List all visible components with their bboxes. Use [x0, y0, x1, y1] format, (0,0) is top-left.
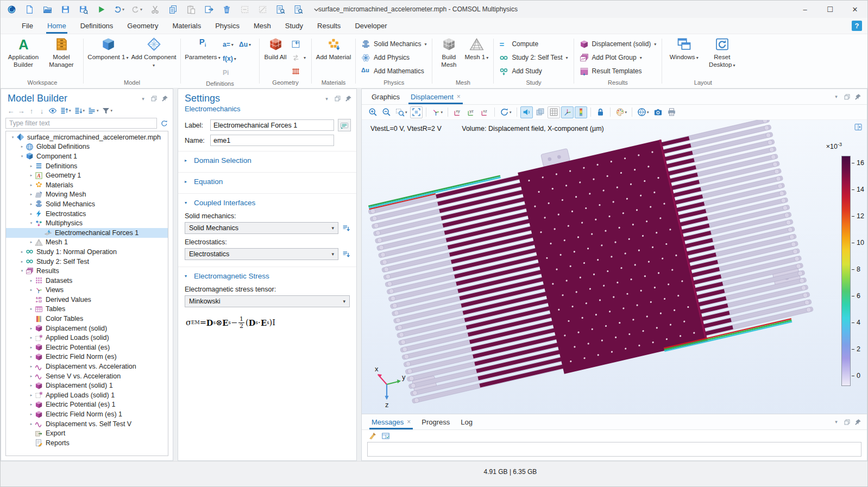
expander-icon[interactable]: ▸: [28, 202, 35, 206]
expander-icon[interactable]: ▸: [28, 393, 35, 397]
tab-developer[interactable]: Developer: [348, 18, 394, 34]
filter-icon[interactable]: ▾: [101, 106, 114, 116]
help-button[interactable]: ?: [852, 21, 862, 31]
component-1-button[interactable]: Component 1: [87, 35, 129, 61]
tree-item[interactable]: ▾surface_micromachined_accelerometer.mph: [6, 132, 168, 142]
parameter-case-button[interactable]: Pi: [223, 69, 229, 77]
application-builder-button[interactable]: AApplication Builder: [5, 35, 41, 69]
expander-icon[interactable]: ▸: [28, 307, 35, 311]
enable-node-icon[interactable]: [257, 4, 268, 15]
expander-icon[interactable]: ▸: [28, 173, 35, 178]
tab-home[interactable]: Home: [40, 18, 73, 34]
print-icon[interactable]: [665, 106, 678, 118]
tab-messages[interactable]: Messages×: [366, 414, 416, 429]
close-button[interactable]: ✕: [842, 1, 867, 18]
float-panel-icon[interactable]: [844, 93, 851, 100]
tab-graphics[interactable]: Graphics: [366, 89, 405, 104]
show-icon[interactable]: [48, 106, 58, 116]
build-mesh-button[interactable]: Build Mesh: [436, 35, 461, 69]
collapse-all-icon[interactable]: ▾: [73, 106, 86, 116]
disable-node-icon[interactable]: [239, 4, 250, 15]
displacement-solid-dropdown[interactable]: Displacement (solid): [578, 37, 658, 50]
tab-physics[interactable]: Physics: [208, 18, 247, 34]
pin-panel-icon[interactable]: [161, 95, 168, 102]
study-2-self-test-button[interactable]: Study 2: Self Test: [498, 51, 569, 64]
close-tab-icon[interactable]: ×: [407, 418, 411, 426]
expander-icon[interactable]: ▾: [18, 269, 26, 273]
parameters-button[interactable]: PiParameters: [185, 35, 221, 61]
table-report-icon[interactable]: [381, 432, 390, 440]
expander-icon[interactable]: ▸: [28, 336, 35, 340]
scene-light-icon[interactable]: [520, 106, 533, 118]
tree-item[interactable]: ▸Electric Potential (es) 1: [6, 400, 168, 410]
tree-item[interactable]: ▸Definitions: [6, 161, 168, 171]
tree-item[interactable]: ▸Tables: [6, 305, 168, 314]
expander-icon[interactable]: ▸: [28, 288, 35, 292]
panel-menu-icon[interactable]: ▾: [833, 419, 840, 426]
model-manager-button[interactable]: Model Manager: [43, 35, 79, 69]
show-axes-icon[interactable]: [561, 106, 574, 118]
expander-icon[interactable]: ▸: [28, 164, 35, 168]
tree-item[interactable]: ▸Electric Field Norm (es) 1: [6, 409, 168, 419]
expander-icon[interactable]: ▸: [28, 345, 35, 350]
section-coupled-interfaces[interactable]: ▾Coupled Interfaces: [178, 193, 356, 211]
rename-button[interactable]: [338, 119, 351, 131]
solid-mechanics-dropdown[interactable]: Solid Mechanics: [360, 37, 428, 50]
section-domain-selection[interactable]: ▸Domain Selection: [178, 151, 356, 169]
reset-desktop-button[interactable]: Reset Desktop: [704, 35, 740, 69]
expander-icon[interactable]: ▾: [9, 135, 16, 140]
delete-icon[interactable]: [221, 4, 232, 15]
redo-icon[interactable]: ▾: [131, 4, 142, 15]
down-icon[interactable]: ↓: [37, 106, 46, 116]
tree-item[interactable]: ▸Moving Mesh: [6, 190, 168, 200]
save-icon[interactable]: [60, 4, 71, 15]
tab-log[interactable]: Log: [455, 414, 478, 429]
up-icon[interactable]: ↑: [27, 106, 36, 116]
expander-icon[interactable]: ▸: [18, 260, 26, 264]
expander-icon[interactable]: ▸: [28, 240, 35, 244]
lock-camera-icon[interactable]: [594, 106, 607, 118]
tree-item[interactable]: ▸Electrostatics: [6, 209, 168, 219]
show-grid-icon[interactable]: [548, 106, 560, 118]
solid-mechanics-select[interactable]: Solid Mechanics: [185, 222, 338, 234]
copy-icon[interactable]: [167, 4, 178, 15]
expander-icon[interactable]: ▸: [28, 326, 35, 331]
tree-item[interactable]: ▸Study 1: Normal Operation: [6, 247, 168, 257]
stress-tensor-select[interactable]: Minkowski: [185, 295, 350, 307]
expander-icon[interactable]: ▸: [28, 402, 35, 407]
expander-icon[interactable]: ▸: [28, 374, 35, 378]
tree-item[interactable]: ▾Component 1: [6, 151, 168, 161]
transparency-icon[interactable]: [534, 106, 546, 118]
expander-icon[interactable]: ▸: [28, 355, 35, 359]
panel-menu-icon[interactable]: ▾: [833, 93, 840, 100]
view-xz-icon[interactable]: xz: [479, 106, 491, 118]
tree-item[interactable]: ▸Displacement (solid) 1: [6, 381, 168, 390]
add-component-button[interactable]: Add Component: [131, 35, 177, 69]
tree-item[interactable]: Reports: [6, 438, 168, 448]
go-to-source-icon[interactable]: [342, 250, 351, 259]
close-tab-icon[interactable]: ×: [457, 93, 461, 100]
snapshot-icon[interactable]: [652, 106, 664, 118]
tree-item[interactable]: ▸Displacement vs. Acceleration: [6, 362, 168, 371]
zoom-out-icon[interactable]: [380, 106, 393, 118]
find-replace-icon[interactable]: [293, 4, 304, 15]
view-xy-icon[interactable]: xy: [451, 106, 464, 118]
find-icon[interactable]: [275, 4, 286, 15]
run-icon[interactable]: [96, 4, 106, 15]
zoom-in-icon[interactable]: [367, 106, 379, 118]
expander-icon[interactable]: ▸: [18, 144, 26, 149]
tree-item[interactable]: ▸Study 2: Self Test: [6, 257, 168, 267]
color-theme-icon[interactable]: ▾: [614, 106, 629, 118]
tree-item[interactable]: ▸Datasets: [6, 276, 168, 286]
add-physics-button[interactable]: Add Physics: [360, 51, 428, 64]
tab-results[interactable]: Results: [310, 18, 348, 34]
float-panel-icon[interactable]: [334, 95, 341, 102]
name-field[interactable]: [210, 135, 334, 146]
rotate-icon[interactable]: ▾: [498, 106, 513, 118]
tab-materials[interactable]: Materials: [165, 18, 208, 34]
electrostatics-select[interactable]: Electrostatics: [185, 248, 338, 260]
cut-icon[interactable]: [149, 4, 160, 15]
expander-icon[interactable]: ▸: [28, 192, 35, 197]
float-panel-icon[interactable]: [844, 419, 851, 426]
filter-input[interactable]: [5, 118, 157, 129]
